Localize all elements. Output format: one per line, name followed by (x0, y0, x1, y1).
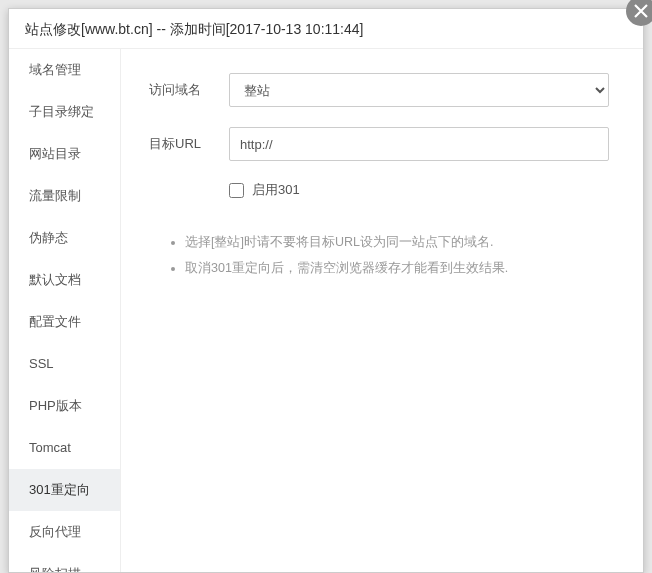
sidebar: 域名管理子目录绑定网站目录流量限制伪静态默认文档配置文件SSLPHP版本Tomc… (9, 49, 121, 572)
sidebar-item-default-doc[interactable]: 默认文档 (9, 259, 120, 301)
sidebar-item-rewrite[interactable]: 伪静态 (9, 217, 120, 259)
site-edit-modal: 站点修改[www.bt.cn] -- 添加时间[2017-10-13 10:11… (8, 8, 644, 573)
sidebar-item-risk-scan[interactable]: 风险扫描 (9, 553, 120, 572)
close-icon (634, 4, 648, 18)
modal-body: 域名管理子目录绑定网站目录流量限制伪静态默认文档配置文件SSLPHP版本Tomc… (9, 49, 643, 572)
input-target-url[interactable] (229, 127, 609, 161)
sidebar-item-config-file[interactable]: 配置文件 (9, 301, 120, 343)
modal-titlebar: 站点修改[www.bt.cn] -- 添加时间[2017-10-13 10:11… (9, 9, 643, 49)
select-access-domain[interactable]: 整站 (229, 73, 609, 107)
sidebar-item-tomcat[interactable]: Tomcat (9, 427, 120, 469)
tip-item: 取消301重定向后，需清空浏览器缓存才能看到生效结果. (185, 255, 615, 281)
content-301: 访问域名 整站 目标URL 启用301 选择[整站]时请不要将目标URL设为同一… (121, 49, 643, 572)
checkbox-enable-301[interactable] (229, 183, 244, 198)
label-target-url: 目标URL (149, 135, 229, 153)
modal-title: 站点修改[www.bt.cn] -- 添加时间[2017-10-13 10:11… (25, 21, 363, 37)
sidebar-item-domain-mgmt[interactable]: 域名管理 (9, 49, 120, 91)
sidebar-item-site-dir[interactable]: 网站目录 (9, 133, 120, 175)
row-access-domain: 访问域名 整站 (149, 73, 615, 107)
sidebar-item-php-version[interactable]: PHP版本 (9, 385, 120, 427)
sidebar-item-reverse-proxy[interactable]: 反向代理 (9, 511, 120, 553)
row-target-url: 目标URL (149, 127, 615, 161)
sidebar-item-rate-limit[interactable]: 流量限制 (9, 175, 120, 217)
sidebar-item-redirect-301[interactable]: 301重定向 (9, 469, 120, 511)
label-enable-301[interactable]: 启用301 (252, 181, 300, 199)
label-access-domain: 访问域名 (149, 81, 229, 99)
tips-list: 选择[整站]时请不要将目标URL设为同一站点下的域名.取消301重定向后，需清空… (169, 229, 615, 281)
sidebar-item-subdir-bind[interactable]: 子目录绑定 (9, 91, 120, 133)
sidebar-item-ssl[interactable]: SSL (9, 343, 120, 385)
row-enable-301: 启用301 (229, 181, 615, 199)
tip-item: 选择[整站]时请不要将目标URL设为同一站点下的域名. (185, 229, 615, 255)
